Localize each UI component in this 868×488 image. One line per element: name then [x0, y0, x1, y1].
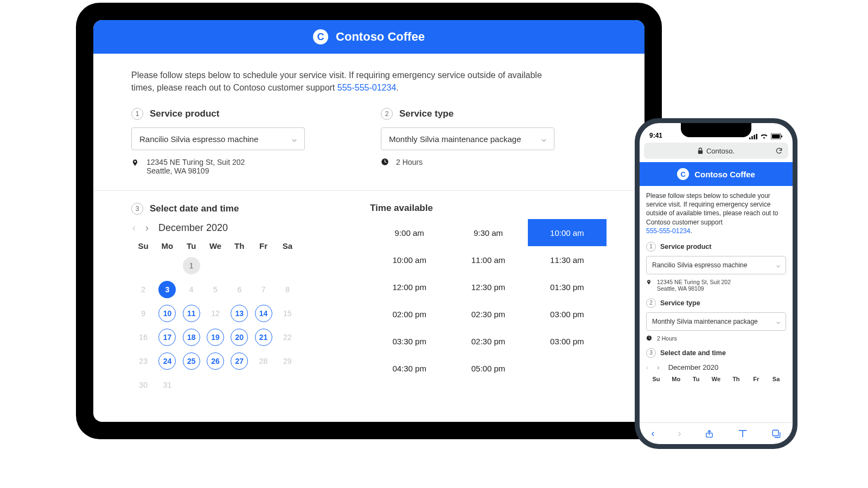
time-slot[interactable]: 12:30 pm [449, 273, 527, 300]
calendar-day [227, 256, 251, 275]
time-slot[interactable]: 05:00 pm [449, 355, 527, 382]
calendar-day: 9 [131, 304, 155, 323]
svg-rect-7 [781, 136, 782, 138]
calendar-day: 31 [155, 375, 179, 395]
time-slot[interactable]: 10:00 am [370, 246, 449, 273]
calendar-day: 29 [276, 351, 299, 371]
calendar-day[interactable]: 27 [227, 351, 251, 371]
url-host: Contoso. [706, 147, 735, 155]
step-3-label: 3 Select date and time [131, 203, 299, 215]
calendar-day[interactable]: 20 [227, 328, 251, 347]
calendar-day: 1 [180, 256, 203, 275]
service-address: 12345 NE Turing St, Suit 202 Seattle, WA… [131, 158, 305, 175]
refresh-icon[interactable] [775, 147, 783, 155]
signal-icon [749, 134, 757, 139]
calendar-day: 28 [251, 351, 275, 371]
phone-frame: 9:41 Contoso. C [635, 118, 797, 449]
weekday-label: We [706, 376, 726, 382]
weekday-label: Th [227, 241, 251, 251]
tablet-screen: C Contoso Coffee Please follow steps bel… [93, 20, 644, 422]
service-type-select[interactable]: Monthly Silvia maintenance package ⌵ [381, 127, 554, 150]
weekday-label: We [203, 241, 227, 251]
battery-icon [771, 133, 783, 139]
calendar-day: 2 [131, 280, 155, 299]
browser-url-bar[interactable]: Contoso. [644, 143, 788, 159]
calendar-day[interactable]: 11 [180, 304, 203, 323]
calendar-next-button[interactable]: › [145, 222, 149, 234]
time-slot[interactable]: 03:00 pm [528, 328, 607, 355]
step-1-badge: 1 [131, 108, 143, 120]
calendar-day[interactable]: 18 [180, 328, 203, 347]
time-slot[interactable]: 9:30 am [449, 219, 527, 246]
svg-rect-3 [754, 134, 755, 139]
calendar-day: 4 [180, 280, 203, 299]
service-product-select[interactable]: Rancilio Silvia espresso machine ⌵ [131, 127, 305, 150]
service-product-select[interactable]: Rancilio Silvia espresso machine ⌵ [646, 256, 786, 274]
calendar-day[interactable]: 10 [155, 304, 179, 323]
forward-button[interactable]: › [678, 428, 681, 439]
time-slot[interactable]: 03:00 pm [528, 300, 607, 328]
calendar-day: 16 [131, 328, 155, 347]
time-slot[interactable]: 02:30 pm [449, 300, 527, 328]
service-address: 12345 NE Turing St, Suit 202 Seattle, WA… [646, 279, 786, 292]
calendar-day[interactable]: 19 [203, 328, 227, 347]
calendar-prev-button[interactable]: ‹ [646, 363, 648, 371]
time-slot[interactable]: 11:30 am [528, 246, 607, 273]
calendar-day[interactable]: 13 [227, 304, 251, 323]
pin-icon [646, 279, 653, 286]
calendar-nav: ‹ › December 2020 [132, 222, 299, 234]
time-slot[interactable]: 9:00 am [370, 219, 449, 246]
calendar-day[interactable]: 25 [180, 351, 203, 371]
calendar-day[interactable]: 21 [251, 328, 275, 347]
back-button[interactable]: ‹ [652, 428, 655, 439]
weekday-label: Mo [666, 376, 686, 382]
step-1-label: 1 Service product [131, 108, 305, 120]
calendar-day: 5 [203, 280, 227, 299]
time-slot[interactable]: 03:30 pm [370, 328, 449, 355]
calendar-day: 6 [227, 280, 251, 299]
calendar-month-label: December 2020 [158, 222, 228, 234]
share-button[interactable] [705, 428, 714, 439]
calendar-day[interactable]: 17 [155, 328, 179, 347]
time-slot[interactable]: 04:30 pm [370, 355, 449, 382]
time-slot[interactable]: 12:00 pm [370, 273, 449, 300]
tablet-header: C Contoso Coffee [93, 20, 644, 54]
weekday-label: Mo [155, 241, 179, 251]
calendar-day: 8 [276, 280, 299, 299]
safari-toolbar: ‹ › [640, 422, 793, 444]
brand-logo-icon: C [313, 29, 328, 44]
calendar-day [276, 375, 299, 395]
time-slot[interactable]: 02:30 pm [449, 328, 527, 355]
calendar-day [227, 375, 251, 395]
calendar-day[interactable]: 3 [155, 280, 179, 299]
phone-screen: 9:41 Contoso. C [640, 123, 793, 444]
support-phone-link[interactable]: 555-555-01234 [337, 83, 397, 92]
calendar-day[interactable]: 24 [155, 351, 179, 371]
calendar-day[interactable]: 14 [251, 304, 275, 323]
svg-rect-11 [773, 430, 778, 436]
weekday-label: Fr [746, 376, 766, 382]
time-slot[interactable]: 10:00 am [528, 219, 607, 246]
intro-text: Please follow steps below to schedule yo… [131, 69, 544, 94]
step-3-badge: 3 [131, 203, 143, 215]
tabs-button[interactable] [771, 429, 781, 439]
weekday-label: Sa [766, 376, 786, 382]
bookmarks-button[interactable] [737, 429, 748, 438]
weekday-label: Sa [276, 241, 299, 251]
calendar-next-button[interactable]: › [657, 363, 659, 371]
phone-notch [681, 123, 751, 137]
calendar-day [180, 375, 203, 395]
time-slot[interactable]: 11:00 am [449, 246, 527, 273]
tablet-frame: C Contoso Coffee Please follow steps bel… [76, 3, 662, 439]
time-slot[interactable]: 02:00 pm [370, 300, 449, 328]
calendar-weekday-row: SuMoTuWeThFrSa [646, 376, 786, 382]
step-2-label: 2 Service type [646, 298, 786, 308]
support-phone-link[interactable]: 555-555-01234 [646, 227, 690, 235]
time-slot[interactable]: 01:30 pm [528, 273, 607, 300]
calendar-day: 23 [131, 351, 155, 371]
chevron-down-icon: ⌵ [776, 318, 780, 325]
calendar-day[interactable]: 26 [203, 351, 227, 371]
calendar-prev-button[interactable]: ‹ [132, 222, 136, 234]
step-1-label: 1 Service product [646, 242, 786, 252]
service-type-select[interactable]: Monthly Silvia maintenance package ⌵ [646, 312, 786, 331]
